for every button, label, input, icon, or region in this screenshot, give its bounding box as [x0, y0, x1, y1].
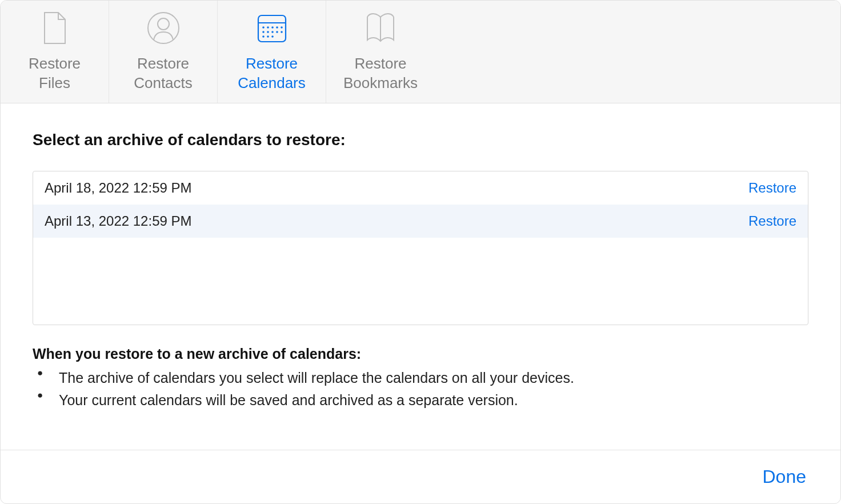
content-area: Select an archive of calendars to restor… [1, 103, 840, 450]
svg-point-10 [267, 31, 269, 33]
calendar-icon [255, 11, 289, 45]
svg-point-14 [262, 35, 265, 38]
svg-point-4 [262, 26, 265, 29]
tab-restore-calendars[interactable]: Restore Calendars [218, 1, 326, 103]
archive-date: April 18, 2022 12:59 PM [45, 180, 192, 196]
svg-point-11 [271, 31, 274, 33]
note-item: Your current calendars will be saved and… [33, 389, 808, 411]
tab-restore-files[interactable]: Restore Files [1, 1, 109, 103]
svg-point-1 [158, 18, 169, 30]
toolbar: Restore Files Restore Contacts [1, 1, 840, 103]
archive-row: April 18, 2022 12:59 PM Restore [33, 171, 808, 205]
tab-restore-contacts[interactable]: Restore Contacts [109, 1, 218, 103]
note-item: The archive of calendars you select will… [33, 367, 808, 389]
restore-window: Restore Files Restore Contacts [0, 0, 841, 504]
svg-point-16 [271, 35, 274, 38]
tab-label: Restore Contacts [134, 54, 193, 93]
svg-point-9 [262, 31, 265, 33]
svg-rect-2 [258, 15, 286, 42]
tab-label: Restore Bookmarks [343, 54, 418, 93]
tab-label: Restore Calendars [238, 54, 306, 93]
svg-point-12 [276, 31, 278, 33]
tab-label: Restore Files [29, 54, 81, 93]
svg-point-7 [276, 26, 278, 29]
archive-date: April 13, 2022 12:59 PM [45, 213, 192, 229]
restore-button[interactable]: Restore [748, 213, 796, 229]
svg-point-5 [267, 26, 269, 29]
page-title: Select an archive of calendars to restor… [33, 131, 808, 149]
tab-restore-bookmarks[interactable]: Restore Bookmarks [326, 1, 435, 103]
done-button[interactable]: Done [763, 466, 807, 487]
file-icon [41, 11, 69, 45]
archive-row: April 13, 2022 12:59 PM Restore [33, 205, 808, 238]
svg-point-13 [281, 31, 283, 33]
bookmark-icon [364, 11, 397, 45]
svg-point-8 [281, 26, 283, 29]
svg-point-15 [267, 35, 269, 38]
svg-point-6 [271, 26, 274, 29]
archive-list: April 18, 2022 12:59 PM Restore April 13… [33, 171, 808, 325]
note-heading: When you restore to a new archive of cal… [33, 346, 808, 362]
note-block: When you restore to a new archive of cal… [33, 346, 808, 411]
note-list: The archive of calendars you select will… [33, 367, 808, 411]
footer: Done [1, 450, 840, 503]
restore-button[interactable]: Restore [748, 180, 796, 196]
svg-point-0 [148, 13, 179, 43]
contact-icon [147, 11, 180, 45]
